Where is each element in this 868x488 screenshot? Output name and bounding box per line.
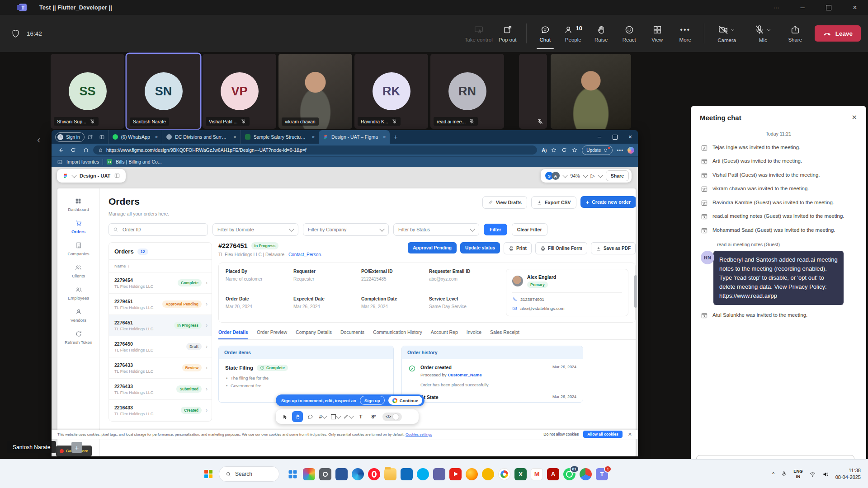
acrobat-icon[interactable] xyxy=(547,468,559,480)
photos-icon[interactable] xyxy=(303,468,315,480)
tab-communication-history[interactable]: Communication History xyxy=(373,329,422,339)
view-button[interactable]: View xyxy=(644,17,670,50)
window-menu-icon[interactable]: ··· xyxy=(763,0,789,15)
camera-button[interactable]: Camera xyxy=(710,17,744,50)
participant-tile[interactable]: VP Vishal Patil ... xyxy=(203,54,276,129)
excel-icon[interactable] xyxy=(514,468,527,480)
url-field[interactable]: https://www.figma.com/design/9BKQ0FOHRWa… xyxy=(93,145,537,155)
move-tool-icon[interactable] xyxy=(279,411,290,422)
tab-close-icon[interactable]: × xyxy=(233,134,236,140)
filter-button[interactable]: Filter xyxy=(484,224,507,235)
mic-chevron-icon[interactable] xyxy=(766,27,772,33)
strip-scroll-left-icon[interactable]: ‹ xyxy=(37,134,40,146)
import-favorites-link[interactable]: Import favorites xyxy=(66,159,99,164)
order-id-search[interactable] xyxy=(108,223,208,236)
share-expand-button[interactable]: + xyxy=(71,442,82,453)
tab-close-icon[interactable]: × xyxy=(155,134,158,140)
comment-tool-icon[interactable] xyxy=(305,411,316,422)
filter-status-dropdown[interactable]: Filter by Status xyxy=(393,223,479,236)
language-indicator[interactable]: ENGIN xyxy=(793,469,803,479)
favorites-bar-icon[interactable] xyxy=(571,147,578,153)
order-row[interactable]: 2279454TL Flex Holdings LLC Complete › xyxy=(109,272,212,294)
chat-messages[interactable]: Today 11:21 Tejas Ingle was invited to t… xyxy=(691,131,866,450)
chat-close-icon[interactable]: ✕ xyxy=(851,113,857,122)
camera-chevron-icon[interactable] xyxy=(730,27,736,33)
figma-signup-button[interactable]: Sign up xyxy=(360,396,385,405)
browser-signin-button[interactable]: Sign in xyxy=(55,132,85,142)
leave-button[interactable]: Leave xyxy=(815,25,861,42)
new-tab-icon[interactable]: + xyxy=(390,130,401,144)
cookie-settings-link[interactable]: Cookies settings xyxy=(406,432,432,436)
browser-tab-whatsapp[interactable]: (6) WhatsApp× xyxy=(108,130,162,144)
participant-tile-partial[interactable] xyxy=(519,54,547,129)
browser-maximize-icon[interactable] xyxy=(607,130,623,144)
text-tool-icon[interactable]: T xyxy=(355,411,366,422)
save-as-pdf-button[interactable]: Save as PDF xyxy=(591,242,636,254)
frame-tool-icon[interactable]: # xyxy=(317,411,328,422)
dev-mode-toggle[interactable]: </> xyxy=(382,413,402,421)
skype-icon[interactable] xyxy=(417,468,429,480)
tab-account-rep[interactable]: Account Rep xyxy=(431,329,458,339)
maximize-icon[interactable] xyxy=(816,0,842,15)
teams-icon[interactable]: 1 xyxy=(596,468,608,480)
figma-logo-icon[interactable] xyxy=(62,173,69,179)
mic-button[interactable]: Mic xyxy=(746,17,780,50)
bills-bookmark-link[interactable]: Bills | Billing and Co... xyxy=(116,159,161,164)
tray-mic-icon[interactable] xyxy=(781,471,787,477)
order-id-input[interactable] xyxy=(122,226,187,233)
present-icon[interactable]: ▷ xyxy=(591,173,595,179)
tab-close-icon[interactable]: × xyxy=(312,134,315,140)
participant-tile[interactable]: RN read.ai mee... xyxy=(430,54,504,129)
more-button[interactable]: ••• More xyxy=(672,17,698,50)
view-drafts-button[interactable]: View Drafts xyxy=(482,196,527,209)
hand-tool-icon[interactable] xyxy=(292,411,303,422)
sidebar-item-companies[interactable]: Companies xyxy=(67,242,89,256)
participant-tile[interactable]: vikram chavan xyxy=(278,54,352,129)
present-chevron-icon[interactable] xyxy=(598,173,603,178)
tab-company-details[interactable]: Company Details xyxy=(296,329,332,339)
tab-close-icon[interactable]: × xyxy=(383,134,386,140)
hidden-icons-chevron[interactable]: ^ xyxy=(772,471,774,477)
fill-online-form-button[interactable]: Fill Online Form xyxy=(535,242,587,254)
whatsapp-icon[interactable]: 81 xyxy=(563,468,576,480)
order-row-selected[interactable]: 2276451TL Flex Holdings LLC In Progress … xyxy=(109,315,212,336)
order-row[interactable]: 2276433TL Flex Holdings LLC Review › xyxy=(109,357,212,379)
google-icon[interactable] xyxy=(498,468,510,480)
shape-tool-icon[interactable] xyxy=(330,411,341,422)
approval-pending-button[interactable]: Approval Pending xyxy=(408,242,457,253)
tab-order-details[interactable]: Order Details xyxy=(218,329,248,339)
google-continue-button[interactable]: Continue xyxy=(388,396,422,405)
browser-tab-dc-divisions[interactable]: DC Divisions and Surroundings× xyxy=(162,130,240,144)
browser-tab-figma-active[interactable]: Design - UAT – Figma× xyxy=(319,130,390,144)
browser-minimize-icon[interactable]: ─ xyxy=(592,130,607,144)
customer-name-link[interactable]: Customer_Name xyxy=(448,372,482,377)
taskbar-search[interactable]: Search xyxy=(219,466,279,482)
allow-cookies-button[interactable]: Allow all cookies xyxy=(583,431,623,438)
minimize-icon[interactable]: ─ xyxy=(789,0,816,15)
chat-button[interactable]: Chat xyxy=(532,17,558,50)
sidebar-item-orders[interactable]: Orders xyxy=(71,220,85,234)
home-icon[interactable] xyxy=(80,145,91,155)
contact-phone[interactable]: 2123874901 xyxy=(520,297,544,302)
collaborators-chevron-icon[interactable] xyxy=(562,173,567,178)
browser-tab-salary-sheet[interactable]: Sample Salary Structure with calc× xyxy=(241,130,319,144)
tab-order-preview[interactable]: Order Preview xyxy=(257,329,287,339)
youtube-icon[interactable] xyxy=(449,468,462,480)
browser-settings-dots-icon[interactable]: ••• xyxy=(617,147,623,153)
clear-filter-button[interactable]: Clear Filter xyxy=(512,223,547,236)
browser-close-icon[interactable]: × xyxy=(623,130,638,144)
filter-company-dropdown[interactable]: Filter by Company xyxy=(303,223,389,236)
close-icon[interactable]: × xyxy=(842,0,868,15)
people-button[interactable]: 10 People xyxy=(560,17,586,50)
contact-email[interactable]: alex@vstatefilings.com xyxy=(520,306,564,311)
collaborator-avatar[interactable]: A xyxy=(552,172,560,180)
share-button[interactable]: Share xyxy=(782,17,808,50)
browser-essentials-icon[interactable] xyxy=(561,147,567,153)
tab-invoice[interactable]: Invoice xyxy=(467,329,481,339)
copilot-icon[interactable] xyxy=(627,147,634,154)
print-button[interactable]: Print xyxy=(504,242,532,254)
sidebar-item-dashboard[interactable]: Dashboard xyxy=(68,197,89,212)
participant-tile[interactable]: RK Ravindra K... xyxy=(354,54,428,129)
yellow-app-icon[interactable] xyxy=(482,468,494,480)
order-row[interactable]: 2216433TL Flex Holdings LLC Created › xyxy=(109,400,212,421)
